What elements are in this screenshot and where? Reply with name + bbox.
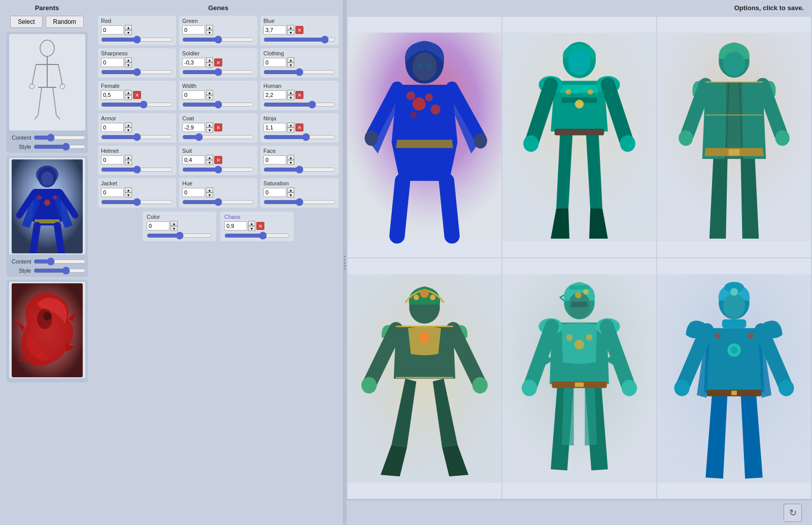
gene-armor-slider[interactable] bbox=[101, 134, 173, 141]
gene-human-down[interactable]: ▼ bbox=[287, 95, 294, 100]
image-cell-3[interactable] bbox=[657, 17, 811, 257]
gene-helmet-up[interactable]: ▲ bbox=[125, 155, 132, 160]
gene-face-slider[interactable] bbox=[263, 166, 335, 173]
gene-jacket-slider[interactable] bbox=[101, 199, 173, 206]
gene-jacket-down[interactable]: ▼ bbox=[125, 192, 132, 198]
image-cell-1[interactable] bbox=[348, 17, 501, 257]
gene-suit-input[interactable] bbox=[182, 155, 205, 165]
gene-green-slider[interactable] bbox=[182, 36, 254, 43]
gene-human-slider[interactable] bbox=[263, 101, 335, 108]
gene-blue-up[interactable]: ▲ bbox=[287, 25, 294, 30]
gene-red-input[interactable] bbox=[101, 25, 124, 35]
style-slider-2[interactable] bbox=[33, 267, 86, 275]
gene-female-down[interactable]: ▼ bbox=[125, 95, 132, 100]
gene-helmet-down[interactable]: ▼ bbox=[125, 160, 132, 165]
gene-green-down[interactable]: ▼ bbox=[206, 30, 213, 35]
gene-saturation-up[interactable]: ▲ bbox=[287, 187, 294, 192]
gene-width-slider[interactable] bbox=[182, 101, 254, 108]
parent-thumbnail-2[interactable] bbox=[9, 158, 85, 254]
gene-ninja-input[interactable] bbox=[263, 123, 286, 132]
gene-ninja-up[interactable]: ▲ bbox=[287, 122, 294, 127]
gene-suit-up[interactable]: ▲ bbox=[206, 155, 213, 160]
gene-ninja-remove[interactable]: ✕ bbox=[295, 123, 303, 132]
color-down[interactable]: ▼ bbox=[171, 226, 178, 231]
gene-armor-input[interactable] bbox=[101, 123, 124, 132]
gene-soldier-input[interactable] bbox=[182, 58, 205, 67]
chaos-slider[interactable] bbox=[224, 232, 290, 239]
gene-hue-down[interactable]: ▼ bbox=[206, 192, 213, 198]
gene-jacket-up[interactable]: ▲ bbox=[125, 187, 132, 192]
gene-sharpness-down[interactable]: ▼ bbox=[125, 62, 132, 68]
genes-scroll[interactable]: Red ▲ ▼ Green ▲ ▼ bbox=[98, 16, 339, 521]
gene-hue-slider[interactable] bbox=[182, 199, 254, 206]
content-slider-2[interactable] bbox=[33, 257, 86, 266]
gene-hue-up[interactable]: ▲ bbox=[206, 187, 213, 192]
gene-coat-up[interactable]: ▲ bbox=[206, 122, 213, 127]
gene-sharpness-input[interactable] bbox=[101, 58, 124, 67]
gene-saturation-input[interactable] bbox=[263, 188, 286, 197]
gene-coat-down[interactable]: ▼ bbox=[206, 127, 213, 133]
gene-sharpness-up[interactable]: ▲ bbox=[125, 57, 132, 62]
gene-suit-down[interactable]: ▼ bbox=[206, 160, 213, 165]
gene-face-input[interactable] bbox=[263, 155, 286, 165]
gene-human-remove[interactable]: ✕ bbox=[295, 91, 303, 99]
gene-clothing-up[interactable]: ▲ bbox=[287, 57, 294, 62]
image-cell-2[interactable] bbox=[502, 17, 656, 257]
chaos-remove[interactable]: ✕ bbox=[256, 222, 264, 230]
gene-width-down[interactable]: ▼ bbox=[206, 95, 213, 100]
gene-red-up[interactable]: ▲ bbox=[125, 25, 132, 30]
chaos-input[interactable] bbox=[224, 221, 247, 231]
gene-hue-input[interactable] bbox=[182, 188, 205, 197]
gene-blue-input[interactable] bbox=[263, 25, 286, 35]
gene-saturation-slider[interactable] bbox=[263, 199, 335, 206]
gene-helmet-input[interactable] bbox=[101, 155, 124, 165]
gene-female-input[interactable] bbox=[101, 90, 124, 100]
gene-female-slider[interactable] bbox=[101, 101, 173, 108]
gene-ninja-down[interactable]: ▼ bbox=[287, 127, 294, 133]
gene-clothing-down[interactable]: ▼ bbox=[287, 62, 294, 68]
gene-jacket-input[interactable] bbox=[101, 188, 124, 197]
gene-human-up[interactable]: ▲ bbox=[287, 90, 294, 95]
gene-clothing-input[interactable] bbox=[263, 58, 286, 67]
gene-width-input[interactable] bbox=[182, 90, 205, 100]
parent-thumbnail-1[interactable] bbox=[9, 34, 85, 130]
gene-armor-up[interactable]: ▲ bbox=[125, 122, 132, 127]
gene-suit-slider[interactable] bbox=[182, 166, 254, 173]
gene-face-down[interactable]: ▼ bbox=[287, 160, 294, 165]
refresh-button[interactable]: ↻ bbox=[784, 504, 802, 522]
gene-width-up[interactable]: ▲ bbox=[206, 90, 213, 95]
gene-soldier-down[interactable]: ▼ bbox=[206, 62, 213, 68]
gene-face-up[interactable]: ▲ bbox=[287, 155, 294, 160]
gene-human-input[interactable] bbox=[263, 90, 286, 100]
gene-soldier-slider[interactable] bbox=[182, 69, 254, 76]
gene-armor-down[interactable]: ▼ bbox=[125, 127, 132, 133]
chaos-up[interactable]: ▲ bbox=[248, 221, 255, 226]
gene-coat-input[interactable] bbox=[182, 123, 205, 132]
image-cell-6[interactable] bbox=[657, 258, 811, 499]
gene-sharpness-slider[interactable] bbox=[101, 69, 173, 76]
gene-coat-slider[interactable] bbox=[182, 134, 254, 141]
panel-divider[interactable] bbox=[343, 0, 347, 525]
gene-green-up[interactable]: ▲ bbox=[206, 25, 213, 30]
gene-female-up[interactable]: ▲ bbox=[125, 90, 132, 95]
color-input[interactable] bbox=[147, 221, 170, 231]
random-button[interactable]: Random bbox=[46, 16, 84, 28]
content-slider-1[interactable] bbox=[33, 134, 86, 142]
gene-suit-remove[interactable]: ✕ bbox=[214, 156, 222, 164]
gene-saturation-down[interactable]: ▼ bbox=[287, 192, 294, 198]
gene-blue-down[interactable]: ▼ bbox=[287, 30, 294, 35]
gene-soldier-remove[interactable]: ✕ bbox=[214, 58, 222, 67]
image-cell-5[interactable] bbox=[502, 258, 656, 499]
gene-clothing-slider[interactable] bbox=[263, 69, 335, 76]
gene-helmet-slider[interactable] bbox=[101, 166, 173, 173]
select-button[interactable]: Select bbox=[10, 16, 42, 28]
style-slider-1[interactable] bbox=[33, 143, 86, 151]
image-cell-4[interactable] bbox=[348, 258, 501, 499]
gene-green-input[interactable] bbox=[182, 25, 205, 35]
gene-red-down[interactable]: ▼ bbox=[125, 30, 132, 35]
gene-soldier-up[interactable]: ▲ bbox=[206, 57, 213, 62]
gene-red-slider[interactable] bbox=[101, 36, 173, 43]
chaos-down[interactable]: ▼ bbox=[248, 226, 255, 231]
gene-female-remove[interactable]: ✕ bbox=[133, 91, 141, 99]
color-slider[interactable] bbox=[147, 232, 212, 239]
